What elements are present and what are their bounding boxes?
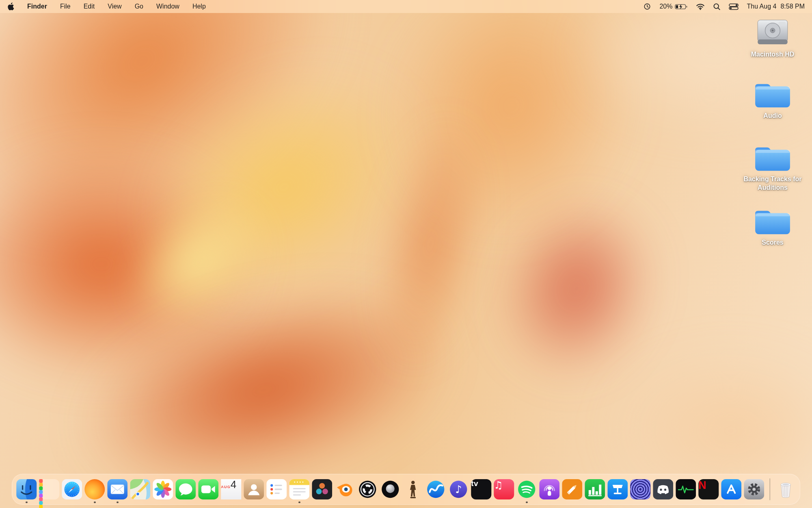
wifi-icon[interactable]: [696, 3, 705, 10]
dock-app-facetime[interactable]: [198, 479, 218, 499]
running-indicator: [526, 501, 528, 504]
dock-app-statue-app[interactable]: [403, 479, 423, 499]
menu-help[interactable]: Help: [192, 3, 206, 10]
menu-items: FileEditViewGoWindowHelp: [60, 3, 206, 10]
dock-app-system-settings[interactable]: [744, 479, 764, 499]
battery-status[interactable]: 20%: [659, 3, 688, 10]
concentric-pattern-icon: [630, 479, 650, 499]
figure-statuette-icon: [403, 479, 423, 499]
spotify-waves-icon: [516, 479, 537, 499]
obs-shutter-icon: [357, 479, 378, 499]
dock-app-numbers[interactable]: [585, 479, 605, 499]
dock-app-apple-tv[interactable]: tv: [471, 479, 491, 499]
pencil-icon: [562, 479, 582, 499]
dock-app-messages[interactable]: [175, 479, 196, 499]
desktop-icon-macintosh-hd[interactable]: Macintosh HD: [736, 16, 810, 80]
launchpad-icon: [39, 479, 59, 499]
menu-bar: Finder FileEditViewGoWindowHelp 20% Thu …: [0, 0, 812, 13]
dark-sphere-icon: [380, 479, 400, 499]
finder-icon: [16, 479, 37, 499]
hard-drive-icon: [754, 16, 791, 49]
netflix-glyph: N: [698, 479, 706, 491]
menu-view[interactable]: View: [108, 3, 121, 10]
dock-app-oscilloscope-app[interactable]: [676, 479, 696, 499]
dock-app-launchpad[interactable]: [39, 479, 59, 499]
dock-app-pattern-app[interactable]: [630, 479, 650, 499]
apple-menu[interactable]: [7, 2, 14, 11]
contacts-silhouette-icon: [244, 479, 264, 499]
menu-go[interactable]: Go: [135, 3, 143, 10]
desktop-icons: Macintosh HDAudioBacking Tracks for Audi…: [736, 16, 810, 270]
desktop-icon-label: Backing Tracks for Auditions: [738, 175, 808, 192]
desktop-icon-backing-tracks-for-auditions[interactable]: Backing Tracks for Auditions: [736, 143, 810, 206]
dock-app-blender[interactable]: [335, 479, 355, 499]
dock-app-discord[interactable]: [653, 479, 673, 499]
facetime-camera-icon: [198, 479, 218, 499]
dock-app-app-store[interactable]: [721, 479, 741, 499]
time-machine-icon[interactable]: [643, 2, 651, 11]
dock-app-netflix[interactable]: N: [698, 479, 719, 499]
running-indicator: [117, 501, 119, 504]
dock-app-photos[interactable]: [153, 479, 173, 499]
firefox-icon: [84, 479, 105, 499]
dock-app-sphere-app[interactable]: [380, 479, 400, 499]
musescore-note-icon: ♪: [448, 479, 469, 499]
apple-icon: [7, 2, 14, 11]
reminders-list-icon: [266, 479, 287, 499]
menu-time: 8:58 PM: [780, 3, 805, 10]
battery-icon: [675, 4, 688, 10]
dock-app-maps[interactable]: [130, 479, 150, 499]
app-store-a-icon: [721, 479, 741, 499]
dock-trash[interactable]: [775, 479, 796, 499]
svg-text:♪: ♪: [455, 483, 462, 495]
menu-edit[interactable]: Edit: [84, 3, 95, 10]
dock-app-keynote[interactable]: [607, 479, 628, 499]
dock-app-sibelius[interactable]: [425, 479, 446, 499]
spotlight-search-icon[interactable]: [713, 3, 721, 11]
dock-app-firefox[interactable]: [84, 479, 105, 499]
dock-app-musescore[interactable]: ♪: [448, 479, 469, 499]
numbers-chart-icon: [585, 479, 605, 499]
messages-bubble-icon: [175, 479, 196, 499]
control-center-icon[interactable]: [729, 3, 739, 10]
active-app-name[interactable]: Finder: [27, 3, 47, 10]
dock-app-safari[interactable]: [62, 479, 82, 499]
dock-separator: [769, 478, 770, 500]
dock-app-finder[interactable]: [16, 479, 37, 499]
menu-date: Thu Aug 4: [747, 3, 776, 10]
menu-file[interactable]: File: [60, 3, 71, 10]
menu-clock[interactable]: Thu Aug 4 8:58 PM: [747, 3, 805, 10]
desktop-icon-label: Macintosh HD: [751, 50, 795, 59]
menu-window[interactable]: Window: [156, 3, 179, 10]
blender-icon: [335, 479, 355, 499]
dock-app-obs-studio[interactable]: [357, 479, 378, 499]
keynote-podium-icon: [607, 479, 628, 499]
desktop-icon-audio[interactable]: Audio: [736, 80, 810, 143]
gear-icon: [744, 479, 764, 499]
dock: AUG4♪tv♫N: [12, 474, 800, 505]
davinci-resolve-icon: [312, 479, 332, 499]
running-indicator: [298, 501, 300, 504]
battery-percent: 20%: [659, 3, 672, 10]
dock-app-podcasts[interactable]: [539, 479, 559, 499]
dock-app-apple-music[interactable]: ♫: [494, 479, 514, 499]
dock-apps: AUG4♪tv♫N: [16, 479, 764, 499]
sibelius-wave-icon: [425, 479, 446, 499]
desktop[interactable]: [0, 0, 812, 508]
dock-app-contacts[interactable]: [244, 479, 264, 499]
running-indicator: [94, 501, 96, 504]
apple-tv-icon: tv: [471, 479, 491, 499]
desktop-icon-scores[interactable]: Scores: [736, 206, 810, 270]
dock-app-calendar[interactable]: AUG4: [221, 479, 241, 499]
dock-app-mail[interactable]: [107, 479, 127, 499]
desktop-icon-label: Scores: [762, 239, 783, 247]
trash-icon: [775, 479, 796, 499]
calendar-month: AUG: [221, 485, 231, 489]
dock-app-reminders[interactable]: [266, 479, 287, 499]
dock-app-pencil-app[interactable]: [562, 479, 582, 499]
dock-app-notes[interactable]: [289, 479, 309, 499]
dock-app-davinci-resolve[interactable]: [312, 479, 332, 499]
menu-left: Finder FileEditViewGoWindowHelp: [7, 2, 206, 11]
dock-app-spotify[interactable]: [516, 479, 537, 499]
calendar-icon: AUG4: [221, 479, 241, 499]
